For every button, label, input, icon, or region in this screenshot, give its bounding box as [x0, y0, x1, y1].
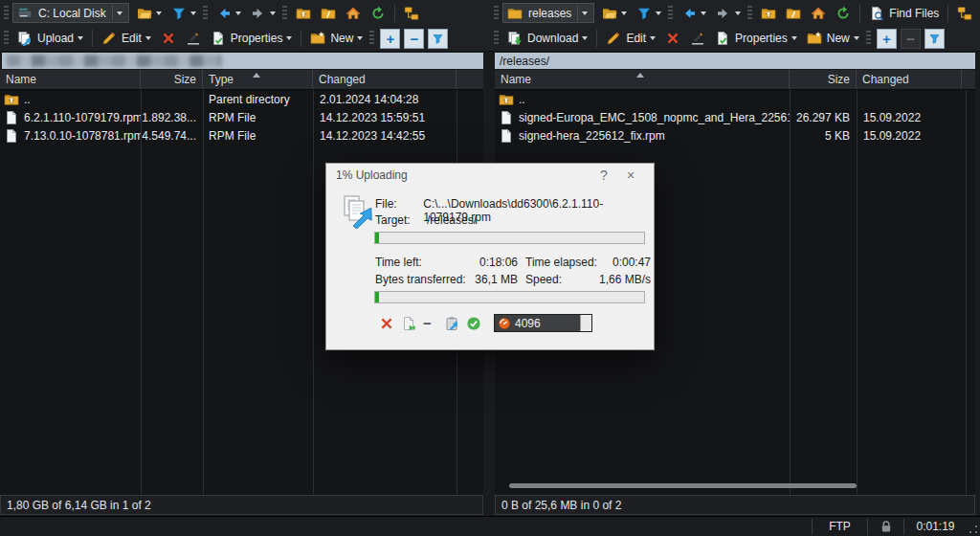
refresh-icon [835, 6, 851, 21]
remote-dir-combo-arrow[interactable] [577, 5, 591, 21]
refresh-button[interactable] [831, 2, 856, 24]
parent-directory-button[interactable] [291, 2, 316, 24]
local-panel-statusbar: 1,80 GB of 6,14 GB in 1 of 2 [0, 495, 483, 515]
file-name: 7.13.0.10-1078781.rpm [24, 129, 141, 143]
session-toolbar-row: C: Local Disk [0, 0, 980, 26]
toolbar-grip[interactable] [747, 6, 752, 21]
local-path-bar[interactable] [2, 53, 483, 69]
file-changed: 14.12.2023 15:59:51 [313, 111, 457, 124]
upload-label: Upload [37, 32, 74, 45]
document-icon [4, 128, 19, 144]
home-directory-button[interactable] [806, 2, 831, 24]
toolbar-grip[interactable] [4, 6, 9, 21]
filter-toggle[interactable] [428, 29, 448, 49]
home-directory-button[interactable] [341, 2, 366, 24]
pencil-icon [606, 31, 621, 46]
toolbar-grip[interactable] [494, 6, 499, 21]
parent-directory-button[interactable] [756, 2, 781, 24]
cancel-transfer-button[interactable] [379, 316, 394, 331]
toolbar-grip[interactable] [668, 6, 673, 21]
find-files-button[interactable]: Find Files [864, 2, 944, 24]
rename-button[interactable] [181, 28, 206, 50]
back-button[interactable] [677, 2, 711, 24]
new-button[interactable]: New [305, 28, 368, 50]
file-name: .. [519, 93, 525, 106]
open-directory-button[interactable] [597, 2, 632, 24]
linked-folders-icon [404, 6, 419, 21]
table-row[interactable]: signed-Europa_EMC_1508_nopmc_and_Hera_22… [495, 108, 975, 126]
speed-limit-dropdown[interactable] [580, 315, 591, 331]
file-size: 1.892.38... [141, 111, 203, 124]
speedometer-icon [498, 317, 511, 330]
filter-button[interactable] [632, 2, 666, 24]
table-row[interactable]: .. Parent directory 2.01.2024 14:04:28 [0, 90, 483, 108]
synchronize-browsing-button[interactable] [399, 2, 424, 24]
dialog-titlebar[interactable]: 1% Uploading ? × [326, 164, 654, 187]
filter-button[interactable] [167, 2, 201, 24]
pencil-line-icon [186, 31, 201, 46]
remote-path-bar[interactable]: /releases/ [495, 53, 975, 69]
show-hidden-plus-toggle[interactable]: + [877, 29, 897, 49]
home-icon [811, 6, 826, 21]
table-row[interactable]: 6.2.1.110-1079179.rpm 1.892.38... RPM Fi… [0, 108, 483, 126]
total-progress-fill [375, 292, 379, 302]
filter-toggle[interactable] [924, 29, 945, 49]
synchronize-browsing-button[interactable] [952, 2, 977, 24]
root-directory-button[interactable] [781, 2, 806, 24]
upload-button[interactable]: Upload [12, 28, 88, 50]
column-header-size[interactable]: Size [790, 70, 857, 89]
toolbar-grip[interactable] [866, 31, 871, 46]
column-header-size[interactable]: Size [141, 70, 203, 89]
encryption-cell[interactable] [867, 519, 903, 535]
forward-button[interactable] [711, 2, 746, 24]
table-row[interactable]: 7.13.0.10-1078781.rpm 4.549.74... RPM Fi… [0, 126, 483, 145]
refresh-button[interactable] [366, 2, 390, 24]
horizontal-scrollbar-thumb[interactable] [509, 483, 857, 488]
toolbar-grip[interactable] [4, 31, 9, 46]
toolbar-grip[interactable] [494, 31, 499, 46]
properties-button[interactable]: Properties [206, 28, 298, 50]
help-button[interactable]: ? [590, 168, 617, 183]
delete-button[interactable] [156, 28, 181, 50]
properties-button[interactable]: Properties [710, 28, 802, 50]
show-hidden-plus-toggle[interactable]: + [380, 29, 400, 49]
forward-button[interactable] [246, 2, 280, 24]
folder-slash-icon [321, 6, 336, 21]
resize-grip[interactable] [969, 525, 978, 534]
transfer-settings-button[interactable] [444, 316, 459, 331]
column-header-name[interactable]: Name [0, 70, 141, 89]
bytes-transferred-value: 36,1 MB [475, 273, 518, 286]
drive-combo-arrow[interactable] [112, 5, 126, 21]
column-header-changed[interactable]: Changed [313, 70, 457, 89]
open-directory-button[interactable] [132, 2, 167, 24]
properties-label: Properties [735, 32, 788, 45]
table-row[interactable]: .. [495, 90, 975, 108]
unattended-transfer-button[interactable] [466, 316, 481, 331]
close-button[interactable]: × [617, 168, 644, 183]
edit-label: Edit [122, 32, 142, 45]
rename-button[interactable] [685, 28, 710, 50]
edit-button[interactable]: Edit [601, 28, 660, 50]
toolbar-grip[interactable] [203, 6, 208, 21]
toolbar-grip[interactable] [369, 31, 374, 46]
protocol-cell[interactable]: FTP [812, 519, 867, 535]
edit-button[interactable]: Edit [97, 28, 156, 50]
delete-button[interactable] [660, 28, 685, 50]
new-button[interactable]: New [802, 28, 864, 50]
remote-dir-combo[interactable]: releases [502, 3, 594, 23]
toolbar-grip[interactable] [282, 6, 287, 21]
exclude-minus-toggle-disabled[interactable]: − [901, 29, 921, 49]
exclude-minus-toggle[interactable]: − [404, 29, 424, 49]
root-directory-button[interactable] [316, 2, 341, 24]
back-button[interactable] [212, 2, 246, 24]
drive-combo[interactable]: C: Local Disk [12, 3, 129, 23]
skip-file-button[interactable] [401, 316, 416, 331]
column-header-changed[interactable]: Changed [857, 70, 962, 89]
download-button[interactable]: Download [502, 28, 592, 50]
redacted-local-path [7, 55, 222, 67]
speed-limit-combo[interactable]: 4096 [494, 314, 592, 332]
time-elapsed-value: 0:00:47 [605, 256, 651, 269]
table-row[interactable]: signed-hera_225612_fix.rpm 5 KB 15.09.20… [495, 126, 975, 145]
minimize-button[interactable]: − [423, 315, 432, 331]
sort-ascending-caret [253, 73, 260, 78]
